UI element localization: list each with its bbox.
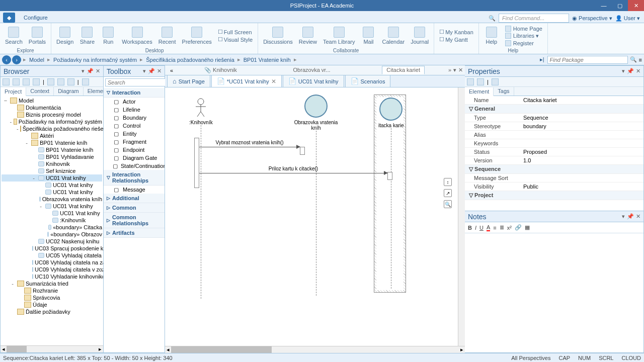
- breadcrumb-item[interactable]: BP01 Vratenie knih: [242, 57, 293, 63]
- message-arrow[interactable]: Priloz kartu k citacke(): [199, 173, 387, 173]
- toolbox-close-icon[interactable]: ✕: [157, 68, 162, 74]
- tree-node[interactable]: BP01 Vratenie kníh: [2, 146, 102, 153]
- ribbon-btn-run[interactable]: Run: [98, 24, 119, 47]
- tree-node[interactable]: :Knihovník: [2, 217, 102, 224]
- tree-node[interactable]: UC08 Vyhladaj citatela na zakl: [2, 259, 102, 266]
- mini-tab[interactable]: 📎 Knihovnik: [200, 66, 242, 74]
- props-dropdown-icon[interactable]: ▾: [622, 68, 625, 74]
- zoom-tool-icon[interactable]: 🔍: [444, 200, 452, 208]
- activation-bar[interactable]: [300, 147, 305, 155]
- ribbon-btn-recent[interactable]: Recent: [155, 24, 179, 47]
- tree-node[interactable]: Knihovnik: [2, 160, 102, 167]
- browser-pin-icon[interactable]: 📌: [87, 68, 94, 74]
- nav-back-button[interactable]: ‹: [2, 55, 11, 64]
- toolbox-item-endpoint[interactable]: ▢Endpoint: [104, 146, 165, 154]
- ribbon-btn-discussions[interactable]: Discussions: [260, 24, 296, 47]
- editor-tab[interactable]: 📄 Scenarios: [345, 75, 391, 87]
- props-tab-tags[interactable]: Tags: [494, 87, 514, 96]
- minimize-button[interactable]: —: [596, 0, 612, 11]
- find-command-input[interactable]: Find Command...: [499, 14, 569, 23]
- toolbox-category[interactable]: ▷Artifacts: [104, 228, 165, 238]
- property-value[interactable]: Public: [520, 183, 643, 191]
- toolbox-pin-icon[interactable]: 📌: [148, 68, 155, 74]
- tree-node[interactable]: «boundary» Citacka: [2, 224, 102, 231]
- ribbon-btn-journal[interactable]: Journal: [408, 24, 432, 47]
- property-row[interactable]: ▽ Sequence: [465, 165, 643, 174]
- bullet-list-button[interactable]: ≡: [493, 225, 496, 231]
- browser-tb-btn[interactable]: [57, 78, 64, 85]
- message-arrow[interactable]: Vybrat moznost vratenia knih(): [199, 147, 300, 147]
- tree-node[interactable]: UC01 Vrat knihy: [2, 182, 102, 189]
- tree-node[interactable]: -UC01 Vrat knihy: [2, 203, 102, 210]
- ribbon-btn-workspaces[interactable]: Workspaces: [119, 24, 155, 47]
- property-row[interactable]: ▽ General: [465, 105, 643, 114]
- browser-close-icon[interactable]: ✕: [96, 68, 100, 74]
- notes-dropdown-icon[interactable]: ▾: [622, 213, 625, 220]
- italic-button[interactable]: I: [475, 225, 476, 231]
- browser-tb-btn[interactable]: [33, 78, 40, 85]
- tree-node[interactable]: UC05 Vyhladaj citatela: [2, 252, 102, 259]
- ribbon-btn-review[interactable]: Review: [296, 24, 320, 47]
- diagram-canvas[interactable]: :Knihovník Obrazovka vratenia kníh: [165, 87, 458, 346]
- browser-tb-btn[interactable]: [3, 78, 10, 85]
- ribbon-btn-search[interactable]: Search: [2, 24, 26, 47]
- link-button[interactable]: 🔗: [515, 224, 522, 231]
- toolbox-category[interactable]: ▷Additional: [104, 194, 165, 203]
- toolbox-item-control[interactable]: ▢Control: [104, 122, 165, 130]
- toolbox-item-state-continuation[interactable]: ▢State/Continuation: [104, 162, 165, 170]
- browser-tab-project[interactable]: Project: [1, 87, 26, 96]
- browser-tab-diagram[interactable]: Diagram: [54, 87, 84, 96]
- browser-dropdown-icon[interactable]: ▾: [82, 68, 85, 74]
- toolbox-category[interactable]: ▽Interaction Relationships: [104, 170, 165, 186]
- ribbon-item-home-page[interactable]: Home Page: [504, 25, 543, 32]
- tree-node[interactable]: Obrazovka vratenia kníh: [2, 196, 102, 203]
- tree-node[interactable]: UC01 Vrat knihy: [2, 189, 102, 196]
- color-button[interactable]: A: [487, 224, 490, 231]
- activation-bar[interactable]: [387, 172, 392, 180]
- props-pin-icon[interactable]: 📌: [627, 68, 634, 74]
- find-package-input[interactable]: [547, 56, 628, 64]
- property-value[interactable]: Proposed: [520, 148, 643, 156]
- tree-node[interactable]: UC02 Naskenuj knihu: [2, 238, 102, 245]
- mini-nav-fwd-icon[interactable]: »: [448, 67, 451, 73]
- property-row[interactable]: ▽ Project: [465, 191, 643, 200]
- tree-node[interactable]: -UC01 Vrat knihy: [2, 174, 102, 182]
- toolbox-item-diagram-gate[interactable]: ▢Diagram Gate: [104, 154, 165, 162]
- tree-node[interactable]: UC01 Vrat knihy: [2, 210, 102, 217]
- props-tb-btn[interactable]: [492, 78, 499, 85]
- property-value[interactable]: 1.0: [520, 156, 643, 164]
- mini-nav-close-icon[interactable]: ✕: [458, 67, 463, 73]
- tree-node[interactable]: Údaje: [2, 301, 102, 308]
- toolbox-item-boundary[interactable]: ▢Boundary: [104, 114, 165, 122]
- browser-tb-btn[interactable]: [47, 78, 54, 85]
- boundary-icon[interactable]: [304, 95, 328, 118]
- canvas-vscroll[interactable]: [458, 87, 465, 346]
- toolbox-item-lifeline[interactable]: ▢Lifeline: [104, 106, 165, 114]
- find-package-menu-icon[interactable]: ≡: [639, 57, 642, 63]
- toolbox-item-actor[interactable]: ▢Actor: [104, 98, 165, 106]
- mini-tab[interactable]: Obrazovka vr...: [289, 66, 335, 74]
- app-menu-button[interactable]: ◆: [3, 13, 15, 23]
- ribbon-item-visual-style[interactable]: ☐Visual Style: [217, 36, 254, 43]
- toolbox-item-fragment[interactable]: ▢Fragment: [104, 138, 165, 146]
- find-package-search-icon[interactable]: 🔍: [630, 56, 637, 63]
- bold-button[interactable]: B: [468, 225, 472, 231]
- browser-tree[interactable]: −Model DokumentáciaBiznis procesný model…: [1, 96, 103, 345]
- mini-nav-dropdown-icon[interactable]: ▾: [453, 67, 456, 73]
- superscript-button[interactable]: x²: [507, 225, 512, 231]
- mini-nav-back-icon[interactable]: «: [167, 67, 176, 73]
- tree-node[interactable]: Biznis procesný model: [2, 111, 102, 118]
- ribbon-btn-mail[interactable]: Mail: [358, 24, 379, 47]
- ribbon-btn-portals[interactable]: Portals: [26, 24, 49, 47]
- maximize-button[interactable]: ▢: [612, 0, 628, 11]
- ribbon-tab-configure[interactable]: Configure: [18, 12, 54, 23]
- tree-node[interactable]: BP01 Vyhladavanie: [2, 153, 102, 160]
- nav-end-icon[interactable]: ▸|: [540, 56, 544, 63]
- tree-node[interactable]: «boundary» Obrazov: [2, 231, 102, 238]
- toolbox-item-entity[interactable]: ▢Entity: [104, 130, 165, 138]
- property-value[interactable]: [520, 131, 643, 139]
- number-list-button[interactable]: ≣: [500, 224, 504, 231]
- breadcrumb-item[interactable]: Požiadavky na informačný systém: [51, 57, 139, 63]
- toolbox-category[interactable]: ▷Common: [104, 203, 165, 213]
- tree-node[interactable]: -Požiadavky na informačný systém: [2, 118, 102, 125]
